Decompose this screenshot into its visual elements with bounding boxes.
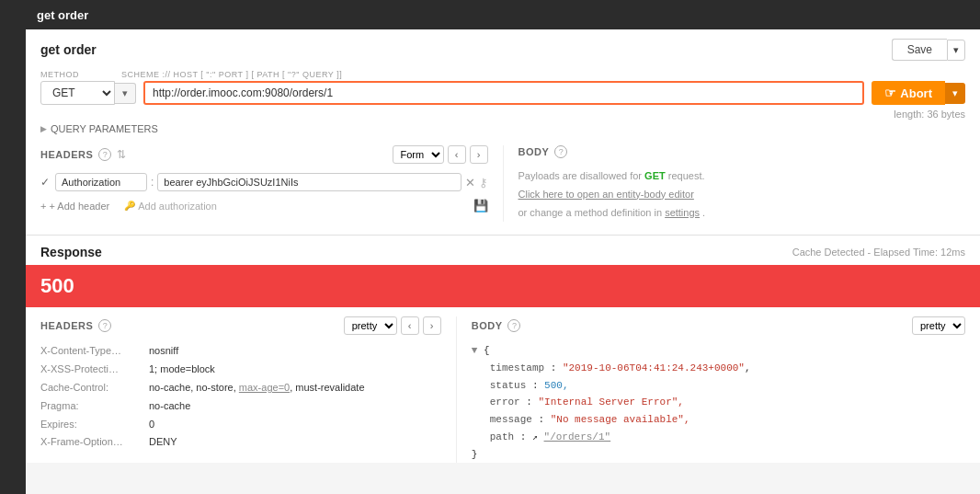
headers-panel: HEADERS ? ⇅ Form Raw ‹ › ✓: [40, 145, 504, 222]
json-key-message: message: [490, 414, 532, 425]
abort-dropdown-icon: ▾: [952, 87, 958, 98]
dropdown-arrow-icon: ▾: [122, 87, 128, 98]
json-colon: :: [539, 414, 551, 425]
response-headers-info-icon[interactable]: ?: [98, 319, 111, 332]
body-info-line3[interactable]: Click here to open an entity-body editor: [518, 189, 694, 200]
resp-header-x-frame: X-Frame-Option… DENY: [40, 433, 441, 452]
resp-header-key: X-Frame-Option…: [40, 433, 142, 452]
status-code: 500: [40, 274, 74, 297]
json-fields: timestamp : "2019-10-06T04:41:24.243+000…: [472, 360, 965, 445]
header-close-icon[interactable]: ✕: [465, 176, 475, 190]
save-group: Save ▾: [892, 39, 965, 61]
add-authorization-link[interactable]: 🔑 Add authorization: [124, 201, 217, 212]
scheme-label: SCHEME :// HOST [ ":" PORT ] [ PATH [ "?…: [121, 70, 342, 79]
header-checkbox[interactable]: ✓: [40, 176, 51, 189]
json-val-timestamp: "2019-10-06T04:41:24.243+0000": [563, 362, 745, 373]
form-select[interactable]: Form Raw: [393, 145, 444, 164]
query-params-row[interactable]: ▶ QUERY PARAMETERS: [40, 123, 965, 134]
body-info-end: .: [702, 207, 705, 218]
json-key-status: status: [490, 380, 527, 391]
resp-header-val: no-cache, no-store, max-age=0, must-reva…: [149, 379, 365, 397]
body-panel: BODY ? Payloads are disallowed for GET r…: [504, 145, 966, 222]
response-body-pretty-select[interactable]: pretty raw: [912, 316, 965, 335]
body-panel-header: BODY ?: [518, 145, 966, 158]
resp-header-val: 0: [149, 416, 154, 434]
header-value-input[interactable]: [157, 173, 461, 191]
method-select[interactable]: GET POST PUT DELETE: [40, 81, 115, 105]
method-dropdown-arrow[interactable]: ▾: [115, 83, 136, 104]
resp-header-key: X-XSS-Protecti…: [40, 361, 142, 379]
response-body-right: pretty raw: [912, 316, 965, 335]
response-body-panel-header: BODY ? pretty raw: [472, 316, 965, 335]
header-key-input[interactable]: [55, 173, 147, 191]
body-get-badge: GET: [644, 170, 666, 181]
status-bar: 500: [26, 265, 980, 307]
json-key-timestamp: timestamp: [490, 362, 544, 373]
json-comma: ,: [745, 362, 751, 373]
json-key-error: error: [490, 396, 520, 408]
lock-icon: 🔑: [124, 201, 135, 211]
url-length: length: 36 bytes: [40, 109, 965, 120]
request-title-row: get order Save ▾: [40, 39, 965, 61]
json-close-brace: }: [472, 446, 965, 464]
response-headers-label: HEADERS: [40, 320, 93, 331]
resp-header-val: 1; mode=block: [149, 361, 215, 379]
body-info-settings-link[interactable]: settings: [665, 207, 700, 218]
query-params-label: QUERY PARAMETERS: [51, 123, 158, 134]
save-dropdown-icon: ▾: [953, 44, 959, 55]
headers-panel-header: HEADERS ? ⇅ Form Raw ‹ ›: [40, 145, 488, 164]
resp-header-pragma: Pragma: no-cache: [40, 397, 441, 416]
url-input[interactable]: [143, 81, 864, 105]
resp-header-x-content-type: X-Content-Type… nosniff: [40, 342, 441, 361]
header-key-icon[interactable]: ⚷: [479, 176, 488, 190]
abort-dropdown-button[interactable]: ▾: [945, 83, 965, 104]
resp-header-cache-control: Cache-Control: no-cache, no-store, max-a…: [40, 379, 441, 397]
headers-nav-right[interactable]: ›: [470, 145, 488, 164]
body-info-line1: Payloads are disallowed for: [518, 170, 643, 181]
url-labels-row: METHOD SCHEME :// HOST [ ":" PORT ] [ PA…: [40, 70, 965, 79]
response-body-panel: BODY ? pretty raw ▼ {: [457, 316, 965, 463]
query-params-triangle: ▶: [40, 124, 47, 133]
cache-info: Cache Detected - Elapsed Time: 12ms: [792, 247, 965, 258]
json-key-path: path: [490, 431, 514, 442]
resp-header-key: Pragma:: [40, 397, 142, 416]
json-val-path[interactable]: "/orders/1": [544, 431, 611, 442]
resp-header-key: X-Content-Type…: [40, 342, 142, 361]
resp-header-xss: X-XSS-Protecti… 1; mode=block: [40, 361, 441, 379]
json-field-path: path : ↗ "/orders/1": [490, 429, 965, 446]
save-dropdown-button[interactable]: ▾: [947, 40, 965, 61]
add-row: + + Add header 🔑 Add authorization 💾: [40, 199, 488, 213]
response-body-info-icon[interactable]: ?: [507, 319, 520, 332]
response-headers-pretty-select[interactable]: pretty raw: [344, 316, 397, 335]
json-val-error: "Internal Server Error",: [539, 396, 684, 408]
response-headers-nav-left[interactable]: ‹: [401, 316, 419, 335]
headers-info-icon[interactable]: ?: [98, 148, 111, 161]
sort-icon[interactable]: ⇅: [117, 148, 126, 161]
json-val-status: 500,: [544, 380, 568, 391]
json-colon: :: [520, 431, 532, 442]
response-headers-nav-right[interactable]: ›: [423, 316, 441, 335]
json-field-error: error : "Internal Server Error",: [490, 394, 965, 411]
json-body: ▼ { timestamp : "2019-10-06T04:41:24.243…: [472, 342, 965, 463]
response-headers-panel-header: HEADERS ? pretty raw ‹ ›: [40, 316, 441, 335]
resp-header-key: Cache-Control:: [40, 379, 142, 397]
url-row: GET POST PUT DELETE ▾ ☞ Abort ▾: [40, 81, 965, 105]
add-header-link[interactable]: + + Add header: [40, 201, 109, 212]
json-val-message: "No message available",: [551, 414, 690, 425]
response-headers-right: pretty raw ‹ ›: [344, 316, 441, 335]
response-title-row: Response Cache Detected - Elapsed Time: …: [40, 245, 965, 259]
save-button[interactable]: Save: [892, 39, 947, 61]
headers-nav-left[interactable]: ‹: [448, 145, 466, 164]
abort-cursor-icon: ☞: [884, 86, 896, 100]
resp-header-val: no-cache: [149, 397, 190, 416]
header-item-authorization: ✓ : ✕ ⚷: [40, 173, 488, 191]
add-header-label: + Add header: [49, 201, 109, 212]
abort-button[interactable]: ☞ Abort: [872, 81, 945, 105]
page-title: get order: [37, 8, 88, 22]
json-colon: :: [551, 362, 563, 373]
body-info-icon[interactable]: ?: [554, 145, 567, 158]
response-headers-panel: HEADERS ? pretty raw ‹ › X-Content-Type…: [40, 316, 457, 463]
response-headers-table: X-Content-Type… nosniff X-XSS-Protecti… …: [40, 342, 441, 452]
add-authorization-label: Add authorization: [138, 201, 217, 212]
json-collapse-icon[interactable]: ▼: [472, 345, 478, 356]
